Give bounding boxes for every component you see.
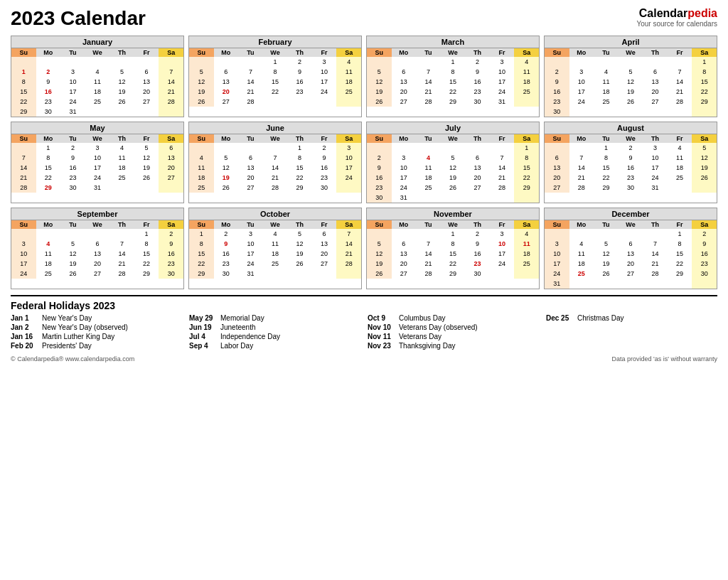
month-table-march: SuMoTuWeThFrSa12345678910111213141516171… bbox=[367, 48, 539, 107]
day-header-mo: Mo bbox=[214, 48, 239, 57]
day-cell: 15 bbox=[134, 249, 159, 259]
day-cell: 24 bbox=[643, 173, 668, 183]
day-cell: 17 bbox=[60, 87, 85, 97]
day-cell bbox=[392, 229, 417, 239]
day-cell: 19 bbox=[367, 259, 392, 269]
day-cell: 29 bbox=[514, 183, 539, 193]
day-cell: 20 bbox=[619, 259, 643, 269]
month-table-february: SuMoTuWeThFrSa12345678910111213141516171… bbox=[189, 48, 361, 107]
day-header-we: We bbox=[619, 134, 643, 143]
day-cell: 13 bbox=[214, 77, 239, 87]
holiday-name: New Year's Day bbox=[42, 314, 92, 322]
month-january: JanuarySuMoTuWeThFrSa1234567891011121314… bbox=[11, 36, 184, 117]
day-cell: 20 bbox=[214, 87, 239, 97]
day-cell: 17 bbox=[490, 249, 515, 259]
day-cell: 7 bbox=[416, 239, 441, 249]
day-cell bbox=[569, 107, 594, 117]
day-cell: 29 bbox=[36, 183, 61, 193]
brand-subtitle: Your source for calendars bbox=[636, 20, 717, 28]
day-cell: 20 bbox=[545, 173, 569, 183]
day-header-sa: Sa bbox=[159, 48, 183, 57]
day-header-mo: Mo bbox=[392, 134, 417, 143]
day-cell: 27 bbox=[392, 97, 417, 107]
day-cell bbox=[668, 279, 692, 289]
day-cell: 24 bbox=[392, 183, 417, 193]
day-cell: 14 bbox=[11, 163, 36, 173]
day-cell: 8 bbox=[594, 153, 619, 163]
day-cell: 29 bbox=[692, 97, 717, 107]
month-october: OctoberSuMoTuWeThFrSa1234567891011121314… bbox=[188, 208, 362, 289]
month-table-april: SuMoTuWeThFrSa12345678910111213141516171… bbox=[545, 48, 717, 117]
day-cell: 12 bbox=[367, 249, 392, 259]
day-header-we: We bbox=[441, 48, 466, 57]
day-cell: 30 bbox=[692, 269, 717, 279]
day-cell bbox=[569, 229, 594, 239]
month-march: MarchSuMoTuWeThFrSa123456789101112131415… bbox=[366, 36, 540, 117]
footer: © Calendarpedia® www.calendarpedia.com D… bbox=[11, 355, 717, 362]
day-cell: 1 bbox=[441, 57, 466, 67]
day-cell: 14 bbox=[109, 249, 134, 259]
day-cell: 18 bbox=[85, 87, 110, 97]
day-cell: 2 bbox=[692, 229, 717, 239]
day-cell: 15 bbox=[514, 163, 539, 173]
day-cell: 11 bbox=[416, 163, 441, 173]
day-cell: 7 bbox=[238, 67, 263, 77]
day-cell: 26 bbox=[441, 183, 466, 193]
holiday-date: Oct 9 bbox=[368, 314, 395, 322]
day-cell bbox=[441, 193, 466, 203]
day-cell: 23 bbox=[159, 259, 183, 269]
day-header-su: Su bbox=[545, 220, 569, 229]
day-cell: 4 bbox=[85, 67, 110, 77]
day-cell: 13 bbox=[643, 77, 668, 87]
day-cell bbox=[336, 269, 361, 279]
holiday-column-3: Dec 25Christmas Day bbox=[546, 314, 717, 351]
holiday-item: Nov 11Veterans Day bbox=[368, 333, 539, 340]
day-cell bbox=[189, 57, 214, 67]
day-cell: 13 bbox=[392, 77, 417, 87]
day-header-su: Su bbox=[11, 134, 36, 143]
day-cell: 10 bbox=[312, 67, 337, 77]
day-cell: 24 bbox=[490, 87, 515, 97]
day-cell bbox=[109, 183, 134, 193]
month-table-november: SuMoTuWeThFrSa12345678910111213141516171… bbox=[367, 220, 539, 279]
day-cell: 6 bbox=[134, 67, 159, 77]
day-cell: 27 bbox=[134, 97, 159, 107]
day-cell bbox=[159, 107, 183, 117]
day-cell: 1 bbox=[189, 229, 214, 239]
day-cell: 17 bbox=[312, 77, 337, 87]
day-cell: 27 bbox=[619, 269, 643, 279]
day-cell: 18 bbox=[109, 163, 134, 173]
day-header-th: Th bbox=[287, 220, 312, 229]
day-cell: 6 bbox=[312, 229, 337, 239]
day-header-th: Th bbox=[109, 48, 134, 57]
day-cell: 13 bbox=[134, 77, 159, 87]
day-header-tu: Tu bbox=[416, 48, 441, 57]
day-cell: 26 bbox=[594, 269, 619, 279]
holiday-column-2: Oct 9Columbus DayNov 10Veterans Day (obs… bbox=[368, 314, 539, 351]
day-cell: 14 bbox=[569, 163, 594, 173]
day-cell: 13 bbox=[312, 239, 337, 249]
day-header-we: We bbox=[85, 48, 110, 57]
day-cell bbox=[159, 57, 183, 67]
month-title-september: September bbox=[11, 208, 183, 220]
day-cell: 17 bbox=[238, 249, 263, 259]
day-cell: 25 bbox=[36, 269, 61, 279]
day-cell: 4 bbox=[514, 57, 539, 67]
day-cell bbox=[189, 143, 214, 153]
day-header-sa: Sa bbox=[514, 220, 539, 229]
day-cell: 30 bbox=[367, 193, 392, 203]
day-header-fr: Fr bbox=[490, 134, 515, 143]
day-cell: 25 bbox=[668, 173, 692, 183]
day-cell bbox=[490, 193, 515, 203]
day-cell: 9 bbox=[545, 77, 569, 87]
day-cell: 15 bbox=[692, 77, 717, 87]
day-header-sa: Sa bbox=[159, 220, 183, 229]
month-table-august: SuMoTuWeThFrSa12345678910111213141516171… bbox=[545, 134, 717, 193]
day-cell: 6 bbox=[392, 239, 417, 249]
day-header-mo: Mo bbox=[214, 220, 239, 229]
day-cell: 2 bbox=[465, 229, 490, 239]
month-july: JulySuMoTuWeThFrSa1234567891011121314151… bbox=[366, 122, 540, 203]
day-cell: 19 bbox=[594, 259, 619, 269]
day-cell: 5 bbox=[287, 229, 312, 239]
day-cell: 7 bbox=[159, 67, 183, 77]
